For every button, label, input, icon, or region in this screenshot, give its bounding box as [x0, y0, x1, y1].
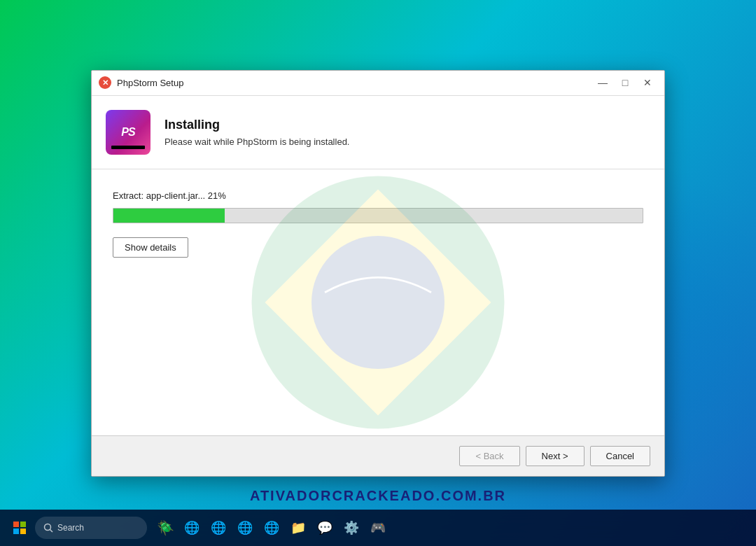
start-button[interactable] — [7, 515, 32, 540]
installer-window: ✕ PhpStorm Setup — □ ✕ PS Installing Ple… — [91, 70, 665, 477]
header-title: Installing — [164, 118, 643, 132]
maximize-button[interactable]: □ — [615, 76, 635, 90]
svg-rect-4 — [20, 522, 26, 527]
taskbar-icon-7[interactable]: 💬 — [314, 517, 336, 539]
next-button[interactable]: Next > — [526, 446, 584, 466]
cancel-button[interactable]: Cancel — [590, 446, 650, 466]
back-button[interactable]: < Back — [459, 446, 519, 466]
taskbar-icon-1[interactable]: 🪲 — [154, 517, 176, 539]
taskbar-icon-5[interactable]: 🌐 — [260, 517, 283, 539]
window-content: PS Installing Please wait while PhpStorm… — [92, 96, 664, 476]
taskbar-icon-2[interactable]: 🌐 — [181, 517, 203, 539]
header-text-block: Installing Please wait while PhpStorm is… — [164, 118, 643, 147]
progress-fill — [113, 209, 225, 223]
taskbar-icon-3[interactable]: 🌐 — [207, 517, 230, 539]
minimize-button[interactable]: — — [593, 76, 612, 90]
svg-rect-5 — [13, 528, 19, 534]
title-bar-controls: — □ ✕ — [593, 76, 657, 90]
svg-rect-6 — [20, 528, 26, 534]
taskbar: Search 🪲 🌐 🌐 🌐 🌐 📁 💬 ⚙️ 🎮 — [0, 510, 756, 546]
taskbar-icon-4[interactable]: 🌐 — [234, 517, 256, 539]
title-bar-text: PhpStorm Setup — [117, 78, 587, 88]
svg-point-7 — [45, 524, 51, 531]
progress-track — [113, 208, 643, 223]
taskbar-app-icons: 🪲 🌐 🌐 🌐 🌐 📁 💬 ⚙️ 🎮 — [154, 517, 389, 539]
progress-label: Extract: app-client.jar... 21% — [113, 190, 643, 201]
close-button[interactable]: ✕ — [638, 76, 657, 90]
search-placeholder: Search — [57, 523, 84, 533]
installer-footer: < Back Next > Cancel — [92, 435, 664, 476]
site-watermark: ATIVADORCRACKEADO.COM.BR — [250, 488, 506, 504]
installer-body: Extract: app-client.jar... 21% Show deta… — [92, 169, 664, 435]
taskbar-icon-8[interactable]: ⚙️ — [340, 517, 363, 539]
title-bar-app-icon: ✕ — [99, 76, 111, 89]
app-logo: PS — [106, 110, 150, 155]
taskbar-search[interactable]: Search — [35, 517, 147, 539]
taskbar-icon-9[interactable]: 🎮 — [367, 517, 389, 539]
installer-header: PS Installing Please wait while PhpStorm… — [92, 96, 664, 169]
svg-line-8 — [50, 530, 53, 533]
svg-rect-3 — [13, 522, 19, 527]
title-bar: ✕ PhpStorm Setup — □ ✕ — [92, 71, 664, 96]
show-details-button[interactable]: Show details — [113, 237, 188, 258]
header-subtitle: Please wait while PhpStorm is being inst… — [164, 136, 643, 147]
svg-point-2 — [312, 236, 444, 369]
taskbar-icon-6[interactable]: 📁 — [287, 517, 309, 539]
